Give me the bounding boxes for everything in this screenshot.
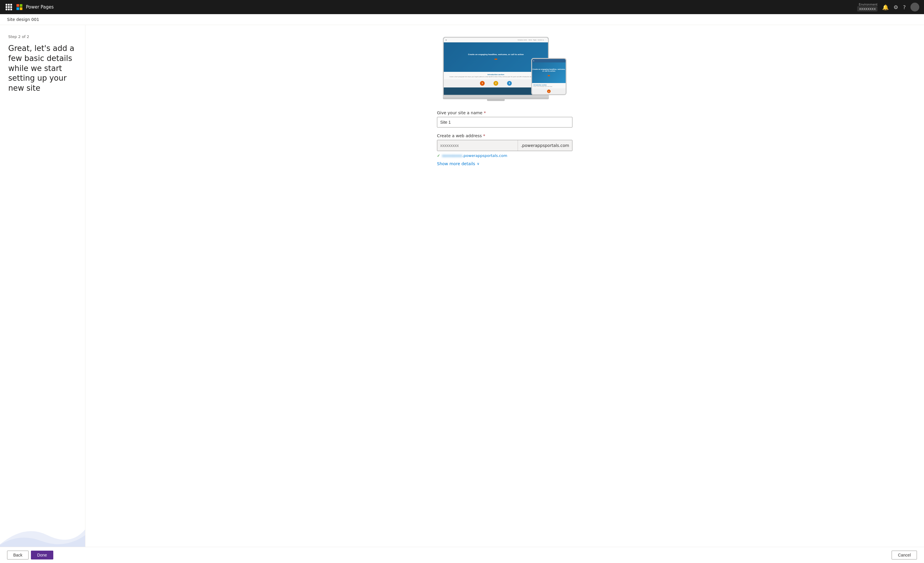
badge-1: 1	[480, 81, 484, 86]
waffle-menu-button[interactable]	[5, 3, 13, 11]
show-more-row[interactable]: Show more details ∨	[437, 161, 572, 166]
microsoft-logo	[16, 4, 22, 10]
help-question-icon[interactable]: ?	[903, 4, 906, 10]
web-address-required-star: *	[483, 134, 485, 138]
laptop-stand	[487, 99, 505, 101]
phone-hero: Create an engaging headline, welcome, or…	[532, 62, 566, 83]
laptop-nav-text: Company name Home Pages Contact us ···	[518, 39, 546, 41]
phone-hero-btn	[548, 75, 550, 76]
validation-row: ✓ xxxxxxxxx.powerappsportals.com	[437, 153, 572, 158]
preview-area: Company name Home Pages Contact us ··· C…	[443, 37, 567, 101]
right-content: Company name Home Pages Contact us ··· C…	[86, 25, 924, 547]
environment-display[interactable]: Environment xxxxxxxx	[857, 3, 878, 12]
waffle-icon	[6, 4, 12, 10]
phone-num-badges: 1	[532, 89, 566, 94]
main-layout: Step 2 of 2 Great, let's add a few basic…	[0, 25, 924, 547]
environment-name: xxxxxxxx	[857, 6, 878, 12]
step-indicator: Step 2 of 2	[8, 35, 77, 39]
footer: Back Done Cancel	[0, 547, 924, 563]
required-star: *	[484, 110, 486, 115]
site-name-label: Give your site a name *	[437, 110, 572, 115]
site-name-group: Give your site a name *	[437, 110, 572, 128]
validation-check-icon: ✓	[437, 153, 440, 158]
hero-headline: Create an engaging headline, welcome, or…	[468, 53, 524, 56]
notification-bell-icon[interactable]: 🔔	[882, 4, 889, 10]
web-address-input[interactable]	[437, 140, 518, 151]
cancel-button[interactable]: Cancel	[892, 551, 917, 560]
settings-gear-icon[interactable]: ⚙	[893, 4, 898, 10]
back-button[interactable]: Back	[7, 551, 28, 560]
phone-content-text: Create a short paragraph about next step…	[533, 86, 564, 87]
phone-hero-text: Create an engaging headline, welcome, or…	[532, 68, 566, 72]
show-more-label: Show more details	[437, 161, 475, 166]
phone-content-title: Introduction section	[533, 84, 564, 86]
page-title: Site design 001	[7, 17, 39, 22]
top-navigation: Power Pages Environment xxxxxxxx 🔔 ⚙ ?	[0, 0, 924, 14]
web-address-label: Create a web address *	[437, 134, 572, 138]
hero-cta-button	[494, 59, 497, 60]
left-heading: Great, let's add a few basic details whi…	[8, 44, 77, 93]
phone-mockup: Create an engaging headline, welcome, or…	[531, 58, 567, 95]
web-address-group: Create a web address * .powerappsportals…	[437, 134, 572, 166]
phone-badge-1: 1	[547, 90, 550, 93]
chevron-down-icon: ∨	[477, 162, 480, 166]
app-brand-label: Power Pages	[26, 5, 54, 10]
left-panel: Step 2 of 2 Great, let's add a few basic…	[0, 25, 86, 547]
phone-nav	[532, 59, 566, 62]
topnav-right-area: Environment xxxxxxxx 🔔 ⚙ ?	[857, 3, 919, 12]
phone-content: Introduction section Create a short para…	[532, 83, 566, 89]
page-header: Site design 001	[0, 14, 924, 25]
web-address-suffix: .powerappsportals.com	[518, 140, 572, 151]
badge-3: 3	[507, 81, 512, 86]
validation-url-blurred: xxxxxxxxx	[442, 153, 462, 158]
done-button[interactable]: Done	[31, 551, 53, 560]
site-name-input[interactable]	[437, 117, 572, 128]
user-avatar[interactable]	[910, 3, 919, 12]
laptop-screen-nav: Company name Home Pages Contact us ···	[444, 38, 548, 42]
wave-decoration	[0, 488, 86, 547]
environment-label: Environment	[859, 3, 878, 6]
web-address-input-row: .powerappsportals.com	[437, 140, 572, 151]
validation-link[interactable]: xxxxxxxxx.powerappsportals.com	[442, 153, 507, 158]
laptop-base	[443, 96, 549, 99]
validation-url-suffix: .powerappsportals.com	[462, 153, 507, 158]
form-area: Give your site a name * Create a web add…	[437, 110, 572, 172]
badge-2: 2	[494, 81, 498, 86]
